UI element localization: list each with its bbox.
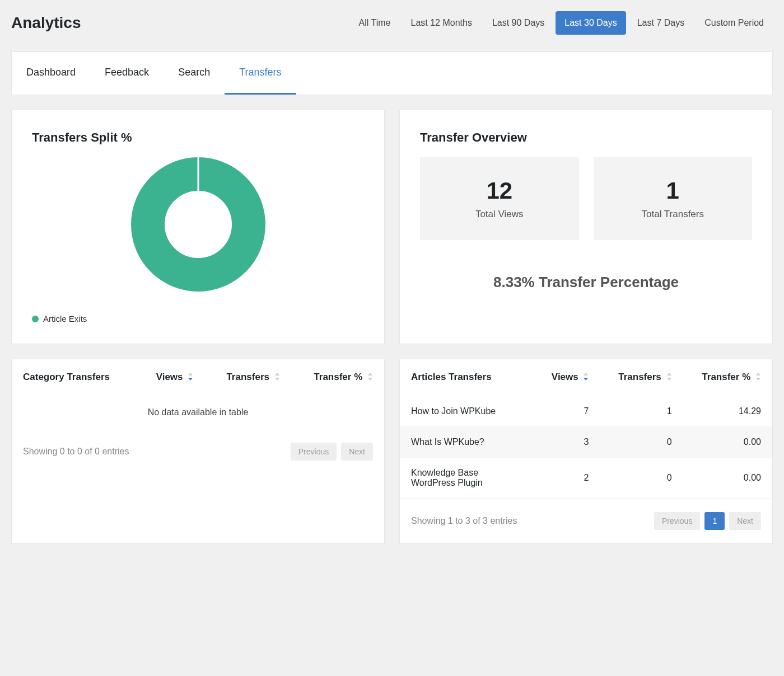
sort-active-icon: [188, 372, 193, 383]
svg-marker-5: [275, 378, 279, 381]
pct-cell: 14.29: [683, 396, 772, 426]
views-cell: 3: [535, 426, 600, 457]
page-button[interactable]: 1: [704, 512, 725, 530]
period-tab[interactable]: Last 7 Days: [628, 11, 693, 35]
donut-svg: [131, 157, 265, 292]
stat-card-total-transfers: 1 Total Transfers: [594, 157, 753, 240]
period-tab[interactable]: Last 12 Months: [402, 11, 481, 35]
column-header-title[interactable]: Articles Transfers: [400, 359, 535, 396]
pct-cell: 0.00: [683, 457, 772, 498]
legend-swatch-icon: [32, 316, 39, 322]
stat-card-total-views: 12 Total Views: [420, 157, 579, 240]
transfers-cell: 0: [600, 457, 683, 498]
column-header-transfers[interactable]: Transfers: [600, 359, 683, 396]
category-transfers-table: Category Transfers Views Transfers: [11, 359, 385, 544]
svg-marker-10: [667, 373, 671, 375]
tab-feedback[interactable]: Feedback: [90, 52, 164, 95]
period-tab[interactable]: All Time: [350, 11, 400, 35]
table-footer-info: Showing 1 to 3 of 3 entries: [411, 516, 517, 526]
stat-value: 1: [600, 177, 746, 204]
page-title: Analytics: [11, 14, 81, 32]
svg-marker-11: [667, 378, 671, 381]
sort-icon: [367, 372, 373, 383]
articles-transfers-table: Articles Transfers Views Transfers: [399, 359, 773, 544]
donut-chart: [32, 157, 364, 292]
svg-marker-3: [188, 378, 193, 381]
table-row: How to Join WPKube7114.29: [400, 396, 772, 426]
svg-marker-4: [275, 373, 279, 375]
column-header-title[interactable]: Category Transfers: [12, 359, 137, 396]
article-name[interactable]: How to Join WPKube: [400, 396, 535, 426]
legend-label: Article Exits: [43, 314, 87, 323]
stat-label: Total Views: [427, 209, 572, 220]
svg-marker-9: [584, 378, 588, 381]
transfer-overview-title: Transfer Overview: [420, 130, 752, 145]
table-row: What Is WPKube?300.00: [400, 426, 772, 457]
table-row: Knowledge Base WordPress Plugin200.00: [400, 457, 772, 498]
stat-label: Total Transfers: [600, 209, 746, 220]
transfer-overview-card: Transfer Overview 12 Total Views 1 Total…: [399, 110, 773, 344]
tab-transfers[interactable]: Transfers: [225, 52, 296, 95]
empty-table-text: No data available in table: [12, 396, 384, 429]
sort-active-icon: [583, 372, 589, 383]
svg-marker-2: [188, 373, 193, 375]
column-header-transfers[interactable]: Transfers: [204, 359, 291, 396]
pager: Previous Next: [291, 443, 373, 461]
column-header-views[interactable]: Views: [535, 359, 600, 396]
transfers-cell: 0: [600, 426, 683, 457]
tab-dashboard[interactable]: Dashboard: [12, 52, 90, 95]
svg-marker-8: [584, 373, 588, 375]
stat-value: 12: [427, 177, 572, 204]
period-tab[interactable]: Custom Period: [696, 11, 773, 35]
donut-legend: Article Exits: [32, 314, 364, 323]
pct-cell: 0.00: [683, 426, 772, 457]
period-tab[interactable]: Last 30 Days: [556, 11, 626, 35]
transfers-cell: 1: [600, 396, 683, 426]
period-tabs: All TimeLast 12 MonthsLast 90 DaysLast 3…: [350, 11, 773, 35]
svg-marker-6: [368, 373, 372, 375]
article-name[interactable]: What Is WPKube?: [400, 426, 535, 457]
period-tab[interactable]: Last 90 Days: [483, 11, 553, 35]
transfers-split-title: Transfers Split %: [32, 130, 364, 145]
transfers-split-card: Transfers Split % Article Exits: [11, 110, 385, 344]
next-button[interactable]: Next: [729, 512, 761, 530]
tabbar: DashboardFeedbackSearchTransfers: [11, 51, 773, 95]
svg-marker-12: [756, 373, 760, 375]
sort-icon: [274, 372, 280, 383]
next-button[interactable]: Next: [341, 443, 373, 461]
sort-icon: [755, 372, 761, 383]
tab-search[interactable]: Search: [164, 52, 225, 95]
column-header-views[interactable]: Views: [137, 359, 205, 396]
column-header-transfer-pct[interactable]: Transfer %: [291, 359, 384, 396]
prev-button[interactable]: Previous: [654, 512, 700, 530]
views-cell: 2: [535, 457, 600, 498]
transfer-percentage: 8.33% Transfer Percentage: [420, 274, 752, 291]
pager: Previous 1 Next: [654, 512, 761, 530]
views-cell: 7: [535, 396, 600, 426]
svg-marker-7: [368, 378, 372, 381]
column-header-transfer-pct[interactable]: Transfer %: [683, 359, 772, 396]
article-name[interactable]: Knowledge Base WordPress Plugin: [400, 457, 535, 498]
svg-marker-13: [756, 378, 760, 381]
table-footer-info: Showing 0 to 0 of 0 entries: [23, 447, 129, 457]
sort-icon: [666, 372, 672, 383]
prev-button[interactable]: Previous: [291, 443, 337, 461]
